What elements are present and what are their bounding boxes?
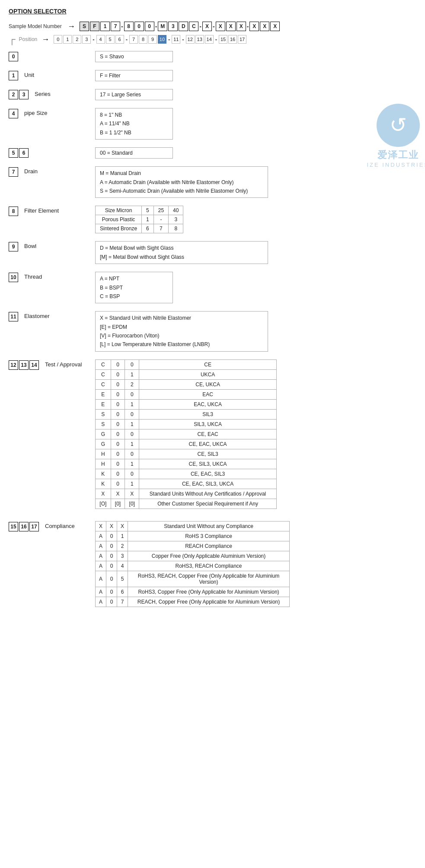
at-r10-c2: 0 bbox=[111, 449, 125, 459]
model-box-8: 8 bbox=[124, 22, 134, 31]
ct-r1-c1: X bbox=[96, 521, 106, 531]
at-r11-desc: CE, SIL3, UKCA bbox=[139, 459, 277, 469]
at-r1-c1: C bbox=[96, 359, 111, 369]
at-r5-c3: 1 bbox=[125, 399, 139, 409]
opt-posbox-13: 13 bbox=[19, 360, 29, 370]
opt-posbox-14: 14 bbox=[29, 360, 39, 370]
pos-6: 6 bbox=[115, 35, 124, 44]
option-row-9: 9 Bowl D = Metal Bowl with Sight Glass [… bbox=[9, 241, 416, 264]
model-box-m: M bbox=[158, 22, 167, 31]
model-box-x6: X bbox=[260, 22, 269, 31]
filter-row1-25: - bbox=[153, 215, 168, 224]
opt-posbox-6: 6 bbox=[19, 148, 29, 158]
ct-r4-c3: 3 bbox=[117, 551, 128, 561]
ct-r5-c1: A bbox=[96, 561, 106, 571]
opt-content-4: 8 = 1" NB A = 11/4" NB B = 1 1/2" NB bbox=[95, 108, 173, 140]
ct-r3-desc: REACH Compliance bbox=[128, 541, 290, 551]
at-r8-desc: CE, EAC bbox=[139, 429, 277, 439]
ct-r1-c2: X bbox=[106, 521, 117, 531]
ct-r5-c2: 0 bbox=[106, 561, 117, 571]
ct-r8-c3: 7 bbox=[117, 597, 128, 607]
ct-r7-desc: RoHS3, Copper Free (Only Applicable for … bbox=[128, 587, 290, 597]
model-box-c: C bbox=[189, 22, 198, 31]
opt-content-2: 17 = Large Series bbox=[95, 89, 173, 100]
pos-14: 14 bbox=[205, 35, 214, 44]
at-r14-c1: X bbox=[96, 489, 111, 499]
at-r7-c2: 0 bbox=[111, 419, 125, 429]
opt-content-56: 00 = Standard bbox=[95, 147, 173, 159]
model-dash-5: - bbox=[247, 23, 249, 30]
opt-content-7: M = Manual Drain A = Automatic Drain (Av… bbox=[95, 166, 268, 198]
filter-row1-40: 3 bbox=[169, 215, 183, 224]
at-r3-c2: 0 bbox=[111, 379, 125, 389]
at-r4-c2: 0 bbox=[111, 389, 125, 399]
at-r12-desc: CE, EAC, SIL3 bbox=[139, 469, 277, 479]
at-r12-c1: K bbox=[96, 469, 111, 479]
ct-r1-desc: Standard Unit Without any Compliance bbox=[128, 521, 290, 531]
ct-r7-c2: 0 bbox=[106, 587, 117, 597]
model-box-x4: X bbox=[236, 22, 246, 31]
at-r4-c1: E bbox=[96, 389, 111, 399]
opt-content-11: X = Standard Unit with Nitrile Elastomer… bbox=[95, 311, 268, 352]
pos-13: 13 bbox=[195, 35, 204, 44]
at-r4-c3: 0 bbox=[125, 389, 139, 399]
pdash-3: - bbox=[168, 36, 170, 43]
opt-name-8: Filter Element bbox=[24, 207, 59, 214]
pos-9: 9 bbox=[148, 35, 157, 44]
model-box-s: S bbox=[80, 22, 89, 31]
at-r9-c2: 0 bbox=[111, 439, 125, 449]
watermark-arrow-icon: ↺ bbox=[390, 115, 407, 136]
model-box-0a: 0 bbox=[134, 22, 144, 31]
pos-bracket: ┌ bbox=[9, 34, 16, 45]
ct-r2-c3: 1 bbox=[117, 531, 128, 541]
at-r10-desc: CE, SIL3 bbox=[139, 449, 277, 459]
ct-r6-c2: 0 bbox=[106, 571, 117, 587]
at-r13-desc: CE, EAC, SIL3, UKCA bbox=[139, 479, 277, 489]
at-r8-c2: 0 bbox=[111, 429, 125, 439]
at-r10-c3: 0 bbox=[125, 449, 139, 459]
ct-r5-c3: 4 bbox=[117, 561, 128, 571]
option-row-11: 11 Elastomer X = Standard Unit with Nitr… bbox=[9, 311, 416, 352]
pos-7: 7 bbox=[129, 35, 138, 44]
at-r14-desc: Standard Units Without Any Certificatios… bbox=[139, 489, 277, 499]
pos-16: 16 bbox=[228, 35, 237, 44]
opt-name-2: Series bbox=[35, 90, 51, 97]
opt-posbox-5: 5 bbox=[9, 148, 18, 158]
at-r12-c3: 0 bbox=[125, 469, 139, 479]
ct-r7-c1: A bbox=[96, 587, 106, 597]
opt-posbox-9: 9 bbox=[9, 242, 18, 251]
at-r3-c1: C bbox=[96, 379, 111, 389]
filter-header-40: 40 bbox=[169, 206, 183, 215]
filter-row1-name: Porous Plastic bbox=[96, 215, 142, 224]
at-r6-desc: SIL3 bbox=[139, 409, 277, 419]
pos-8: 8 bbox=[139, 35, 147, 44]
ct-r4-desc: Copper Free (Only Applicable Aluminium V… bbox=[128, 551, 290, 561]
ct-r4-c1: A bbox=[96, 551, 106, 561]
position-arrow-icon: → bbox=[42, 35, 49, 44]
model-dash-1: - bbox=[121, 23, 123, 30]
compliance-table: XXXStandard Unit Without any Compliance … bbox=[95, 521, 290, 607]
at-r9-c3: 1 bbox=[125, 439, 139, 449]
pos-5: 5 bbox=[106, 35, 115, 44]
opt-content-10: A = NPT B = BSPT C = BSP bbox=[95, 272, 173, 303]
filter-element-table: Size Micron 5 25 40 Porous Plastic 1 - 3… bbox=[95, 206, 183, 233]
at-r6-c2: 0 bbox=[111, 409, 125, 419]
at-r7-c3: 1 bbox=[125, 419, 139, 429]
at-r7-desc: SIL3, UKCA bbox=[139, 419, 277, 429]
opt-posbox-1: 1 bbox=[9, 71, 18, 80]
ct-r3-c3: 2 bbox=[117, 541, 128, 551]
at-r8-c3: 0 bbox=[125, 429, 139, 439]
opt-posbox-0: 0 bbox=[9, 52, 18, 61]
pos-10: 10 bbox=[158, 35, 166, 44]
at-r15-c1: [O] bbox=[96, 499, 111, 509]
pos-12: 12 bbox=[186, 35, 195, 44]
at-r6-c3: 0 bbox=[125, 409, 139, 419]
pdash-2: - bbox=[126, 36, 128, 43]
page-title: OPTION SELECTOR bbox=[9, 8, 416, 15]
opt-posbox-15: 15 bbox=[9, 522, 18, 531]
opt-posbox-7: 7 bbox=[9, 167, 18, 177]
at-r5-c2: 0 bbox=[111, 399, 125, 409]
pos-1: 1 bbox=[63, 35, 72, 44]
at-r5-desc: EAC, UKCA bbox=[139, 399, 277, 409]
at-r13-c2: 0 bbox=[111, 479, 125, 489]
